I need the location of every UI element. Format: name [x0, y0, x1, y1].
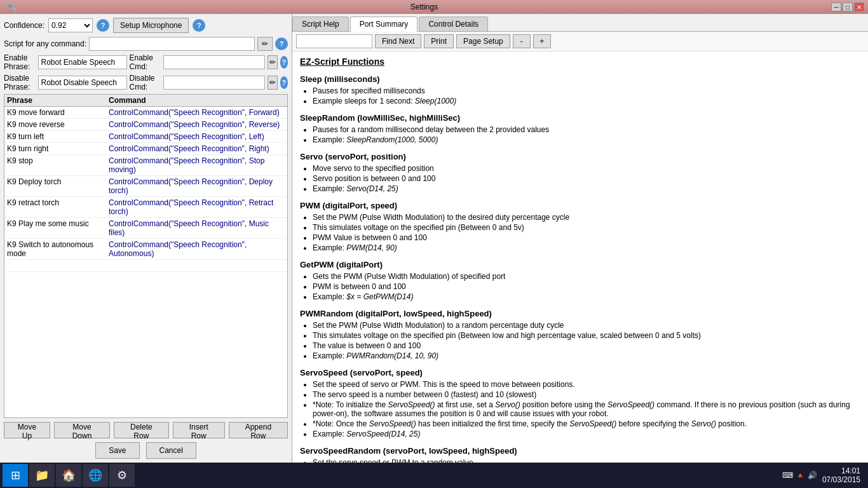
- func-sleeprandom-bullets: Pauses for a random millisecond delay be…: [313, 125, 860, 144]
- move-up-button[interactable]: Move Up: [4, 422, 50, 438]
- script-info-button[interactable]: ?: [275, 37, 288, 50]
- disable-cmd-edit-button[interactable]: ✏: [268, 76, 278, 90]
- maximize-button[interactable]: □: [843, 3, 853, 11]
- window-controls: ─ □ ✕: [831, 3, 864, 11]
- tab-script-help[interactable]: Script Help: [292, 17, 349, 31]
- script-edit-button[interactable]: ✏: [257, 37, 273, 51]
- start-button[interactable]: ⊞: [3, 464, 28, 487]
- list-item: Example: $x = GetPWM(D14): [313, 292, 860, 301]
- move-down-button[interactable]: Move Down: [54, 422, 110, 438]
- disable-phrase-input[interactable]: [38, 76, 127, 90]
- table-row[interactable]: K9 turn left ControlCommand("Speech Reco…: [4, 131, 287, 143]
- append-row-button[interactable]: Append Row: [229, 422, 288, 438]
- setup-mic-info-button[interactable]: ?: [193, 19, 205, 32]
- insert-row-button[interactable]: Insert Row: [173, 422, 225, 438]
- list-item: *Note: Once the ServoSpeed() has been in…: [313, 419, 860, 428]
- enable-phrase-row: Enable Phrase: Enable Cmd: ✏ ?: [4, 53, 288, 71]
- script-label: Script for any command:: [4, 39, 86, 48]
- func-pwmrandom-title: PWMRandom (digitalPort, lowSpeed, highSp…: [300, 309, 860, 318]
- list-item: Servo position is between 0 and 100: [313, 174, 860, 183]
- zoom-plus-button[interactable]: +: [533, 34, 551, 48]
- command-column-header: Command: [109, 96, 285, 105]
- table-row[interactable]: K9 stop ControlCommand("Speech Recogniti…: [4, 155, 287, 176]
- phrase-column-header: Phrase: [7, 96, 109, 105]
- title-bar: 🔧 Settings ─ □ ✕: [0, 0, 868, 14]
- confidence-select[interactable]: 0.92 0.80 0.95: [48, 18, 93, 32]
- enable-phrase-input[interactable]: [38, 55, 127, 69]
- taskbar-file-explorer[interactable]: 📁: [29, 464, 55, 487]
- confidence-label: Confidence:: [4, 21, 44, 30]
- save-button[interactable]: Save: [95, 442, 139, 459]
- taskbar: ⊞ 📁 🏠 🌐 ⚙ ⌨ 🔺 🔊 14:01 07/03/2015: [0, 463, 868, 488]
- list-item: Example: Servo(D14, 25): [313, 184, 860, 193]
- func-sleep-bullets: Pauses for specified milliseconds Exampl…: [313, 86, 860, 105]
- script-input[interactable]: [89, 37, 255, 51]
- table-row[interactable]: K9 Play me some music ControlCommand("Sp…: [4, 218, 287, 239]
- list-item: *Note: To initialize the ServoSpeed() at…: [313, 400, 860, 418]
- confidence-row: Confidence: 0.92 0.80 0.95 ? Setup Micro…: [4, 18, 288, 33]
- delete-row-button[interactable]: Delete Row: [114, 422, 169, 438]
- enable-phrase-label: Enable Phrase:: [4, 53, 36, 71]
- taskbar-right: ⌨ 🔺 🔊 14:01 07/03/2015: [782, 466, 865, 484]
- func-servospeed-title: ServoSpeed (servoPort, speed): [300, 368, 860, 377]
- table-row[interactable]: K9 move reverse ControlCommand("Speech R…: [4, 119, 287, 131]
- tab-port-summary[interactable]: Port Summary: [350, 17, 418, 32]
- taskbar-settings[interactable]: ⚙: [109, 464, 135, 487]
- cancel-button[interactable]: Cancel: [146, 442, 196, 459]
- table-row[interactable]: K9 Switch to autonomous mode ControlComm…: [4, 239, 287, 260]
- list-item: PWM is between 0 and 100: [313, 282, 860, 291]
- disable-cmd-label: Disable Cmd:: [130, 74, 161, 92]
- tab-control-details[interactable]: Control Details: [419, 17, 488, 31]
- setup-microphone-button[interactable]: Setup Microphone: [113, 18, 189, 33]
- disable-cmd-input[interactable]: [163, 76, 265, 90]
- search-input[interactable]: [296, 34, 372, 48]
- list-item: Set the PWM (Pulse Width Modulation) to …: [313, 321, 860, 330]
- func-getpwm-title: GetPWM (digitalPort): [300, 260, 860, 269]
- taskbar-home[interactable]: 🏠: [56, 464, 81, 487]
- func-pwm-bullets: Set the PWM (Pulse Width Modulation) to …: [313, 213, 860, 252]
- search-bar: Find Next Print Page Setup - +: [292, 32, 868, 51]
- table-row[interactable]: K9 turn right ControlCommand("Speech Rec…: [4, 143, 287, 155]
- script-content: EZ-Script Functions Sleep (milliseconds)…: [292, 51, 868, 463]
- zoom-minus-button[interactable]: -: [513, 34, 531, 48]
- disable-phrase-row: Disable Phrase: Disable Cmd: ✏ ?: [4, 74, 288, 92]
- list-item: PWM Value is between 0 and 100: [313, 233, 860, 242]
- func-servo-bullets: Move servo to the specified position Ser…: [313, 164, 860, 193]
- date-display: 07/03/2015: [822, 475, 860, 484]
- func-sleeprandom-title: SleepRandom (lowMilliSec, highMilliSec): [300, 113, 860, 123]
- table-row[interactable]: K9 move forward ControlCommand("Speech R…: [4, 107, 287, 119]
- table-header: Phrase Command: [4, 95, 287, 107]
- enable-cmd-input[interactable]: [163, 55, 265, 69]
- list-item: Example: PWMRandom(D14, 10, 90): [313, 351, 860, 360]
- enable-cmd-label: Enable Cmd:: [130, 53, 161, 71]
- script-row: Script for any command: ✏ ?: [4, 37, 288, 51]
- list-item: Example: SleepRandom(1000, 5000): [313, 135, 860, 144]
- new-phrase-input[interactable]: [7, 261, 285, 270]
- tab-bar: Script Help Port Summary Control Details: [292, 14, 868, 32]
- table-row-empty[interactable]: [4, 260, 287, 272]
- list-item: Pauses for a random millisecond delay be…: [313, 125, 860, 134]
- minimize-button[interactable]: ─: [831, 3, 841, 11]
- confidence-info-button[interactable]: ?: [97, 19, 109, 32]
- func-servospeedrandom-bullets: Set the servo speed or PWM to a random v…: [313, 458, 860, 463]
- page-setup-button[interactable]: Page Setup: [456, 34, 510, 48]
- print-button[interactable]: Print: [424, 34, 454, 48]
- list-item: Gets the PWM (Pulse Width Modulation) of…: [313, 272, 860, 281]
- close-button[interactable]: ✕: [854, 3, 864, 11]
- main-window: Confidence: 0.92 0.80 0.95 ? Setup Micro…: [0, 14, 868, 463]
- taskbar-browser[interactable]: 🌐: [83, 464, 108, 487]
- table-row[interactable]: K9 retract torch ControlCommand("Speech …: [4, 197, 287, 218]
- enable-cmd-edit-button[interactable]: ✏: [268, 55, 278, 69]
- disable-info-button[interactable]: ?: [280, 76, 288, 89]
- phrase-command-table: Phrase Command K9 move forward ControlCo…: [4, 94, 288, 418]
- enable-info-button[interactable]: ?: [280, 56, 288, 69]
- system-clock: 14:01 07/03/2015: [822, 466, 860, 484]
- table-row[interactable]: K9 Deploy torch ControlCommand("Speech R…: [4, 176, 287, 197]
- find-next-button[interactable]: Find Next: [375, 34, 421, 48]
- time-display: 14:01: [822, 466, 860, 475]
- list-item: Set the speed of servo or PWM. This is t…: [313, 380, 860, 389]
- save-cancel-row: Save Cancel: [4, 442, 288, 459]
- list-item: Example: PWM(D14, 90): [313, 243, 860, 252]
- func-getpwm-bullets: Gets the PWM (Pulse Width Modulation) of…: [313, 272, 860, 301]
- system-tray-icons: ⌨ 🔺 🔊: [782, 471, 817, 480]
